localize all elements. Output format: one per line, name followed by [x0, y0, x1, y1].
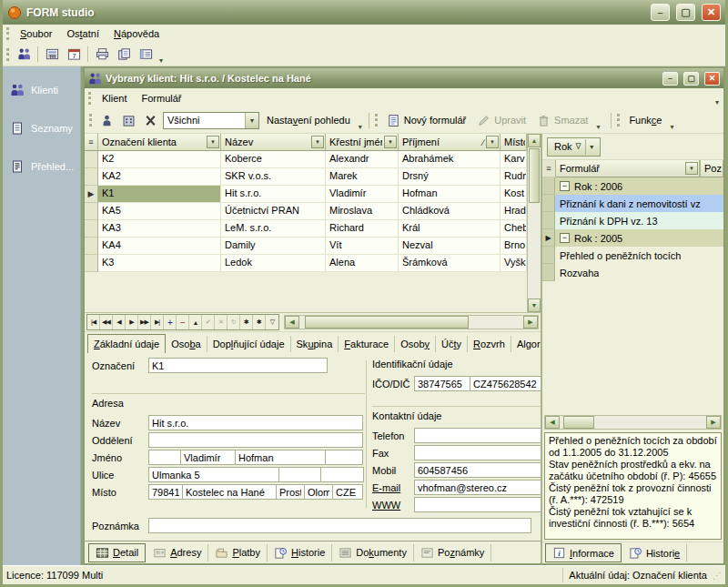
chevron-down-icon[interactable]: ▼ [585, 139, 598, 155]
forms-horizontal-scrollbar[interactable]: ◀ ▶ [544, 415, 722, 430]
nav-filter-button[interactable]: ▽ [266, 315, 278, 329]
cell[interactable]: KA4 [98, 238, 221, 255]
menu-item-ostatni[interactable]: Ostatní [59, 26, 106, 41]
titul-field[interactable] [148, 450, 181, 465]
filter-dropdown-icon[interactable]: ▼ [311, 136, 324, 148]
prijmeni-field[interactable] [235, 450, 326, 465]
chevron-down-icon[interactable]: ▼ [245, 113, 258, 128]
menu-item-klient[interactable]: Klient [95, 91, 135, 106]
toolbar-group-grip[interactable] [617, 114, 620, 127]
form-item-priznani-k-dani-z-nemovitosti-vz[interactable]: Přiznání k dani z nemovitostí vz [555, 195, 723, 212]
new-form-button[interactable]: Nový formulář [381, 111, 471, 130]
ico-field[interactable] [414, 376, 470, 391]
forms-list-row[interactable]: Rozvaha [542, 264, 723, 281]
nazev-field[interactable] [148, 415, 363, 430]
cell[interactable]: K2 [98, 151, 221, 168]
menubar-grip[interactable] [6, 27, 9, 40]
cell[interactable]: Šrámková [399, 255, 500, 272]
menu-item-napoveda[interactable]: Nápověda [106, 26, 167, 41]
scroll-up-icon[interactable]: ▲ [528, 134, 541, 147]
forms-list-row[interactable]: Přehled o peněžních tocích [542, 247, 723, 264]
close-button[interactable]: ✕ [702, 4, 721, 21]
scrollbar-thumb[interactable] [305, 316, 469, 329]
dic-field[interactable] [470, 376, 541, 391]
table-row[interactable]: KA3LeM. s.r.o.RichardKrálCheb [85, 220, 527, 238]
collapse-icon[interactable]: − [560, 181, 570, 191]
cell[interactable]: Cheb [500, 220, 527, 238]
mobil-field[interactable] [414, 462, 541, 478]
filter-dropdown-icon[interactable]: ▼ [384, 136, 397, 148]
forms-list-row[interactable]: Přiznání k dani z nemovitostí vz [542, 195, 723, 212]
group-row-rok-2005[interactable]: −Rok : 2005 [555, 229, 723, 247]
toolbar-overflow-icon[interactable]: ▾ [157, 56, 166, 66]
oddeleni-field[interactable] [148, 432, 363, 448]
group-overflow-icon[interactable]: ▾ [667, 123, 676, 132]
cislo-orientacni-field[interactable] [320, 467, 364, 482]
resize-grip[interactable]: ⋰ [713, 571, 723, 581]
cell[interactable]: Richard [326, 220, 399, 238]
tab-platby[interactable]: Platby [208, 544, 268, 562]
scrollbar-thumb[interactable] [563, 416, 594, 429]
cell[interactable]: KA2 [98, 168, 221, 186]
fax-field[interactable] [414, 445, 541, 460]
tab-rozvrh[interactable]: Rozvrh [468, 336, 511, 352]
okres-field[interactable] [276, 484, 305, 500]
misto-field[interactable] [182, 484, 277, 500]
nav-delete-button[interactable]: − [177, 315, 189, 329]
grid-corner-icon[interactable]: ≡ [85, 134, 98, 151]
stat-field[interactable] [332, 484, 363, 500]
cell[interactable]: Ledok [221, 255, 326, 272]
cell[interactable]: Damily [221, 238, 326, 255]
tab-zakladni-udaje[interactable]: Základní údaje [87, 334, 166, 353]
scroll-right-icon[interactable]: ▶ [706, 416, 721, 429]
formular-column-header[interactable]: Formulář [560, 163, 683, 174]
cell[interactable]: Alexandr [326, 151, 399, 168]
client-menu-overflow-icon[interactable]: ▾ [713, 98, 722, 107]
cell[interactable]: Miroslava [326, 203, 399, 220]
form-item-rozvaha[interactable]: Rozvaha [555, 264, 723, 281]
cislo-popisne-field[interactable] [278, 467, 321, 482]
scroll-right-icon[interactable]: ▶ [523, 316, 538, 329]
cell[interactable]: Vladimír [326, 186, 399, 203]
client-menubar-grip[interactable] [88, 92, 91, 105]
organization-icon[interactable] [117, 110, 139, 130]
sidebar-item-prehled[interactable]: Přehled... [3, 157, 80, 176]
cell[interactable]: Vyšk [500, 255, 527, 272]
tab-algoritmy[interactable]: Algoritmy [511, 336, 541, 352]
form-item-prehled-o-peneznich-tocich[interactable]: Přehled o peněžních tocích [555, 247, 723, 264]
grid-horizontal-scrollbar[interactable]: ◀ ▶ [284, 315, 539, 329]
cell[interactable]: KA3 [98, 220, 221, 238]
psc-field[interactable] [148, 484, 183, 500]
tab-osoba[interactable]: Osoba [166, 336, 207, 352]
tab-detail[interactable]: Detail [88, 543, 146, 562]
toolbar-group-grip[interactable] [89, 114, 92, 127]
cell[interactable]: Vít [326, 238, 399, 255]
cell[interactable]: Hrad [500, 203, 527, 220]
email-link-label[interactable]: E-mail [372, 482, 414, 493]
scrollbar-thumb[interactable] [529, 148, 540, 203]
tab-historie[interactable]: Historie [268, 544, 332, 562]
filter-dropdown-icon[interactable]: ▼ [207, 136, 219, 148]
calendar-icon[interactable]: 7 [63, 45, 85, 65]
tab-informace[interactable]: iInformace [545, 543, 622, 562]
clients-icon[interactable] [13, 45, 35, 65]
cell[interactable]: Marek [326, 168, 399, 186]
table-row[interactable]: KA2SKR v.o.s.MarekDrsnýRudn [85, 168, 527, 186]
telefon-field[interactable] [414, 428, 541, 443]
poznamka-field[interactable] [148, 518, 531, 533]
cell[interactable]: Abrahámek [399, 151, 500, 168]
form-item-priznani-k-dph-vz-13[interactable]: Přiznání k DPH vz. 13 [555, 212, 723, 229]
cell[interactable]: Král [399, 220, 500, 238]
view-settings-button[interactable]: Nastavení pohledu [261, 112, 356, 128]
www-field[interactable] [414, 497, 541, 512]
column-header-krestni-jmeno[interactable]: Křestní jméno▼ [326, 134, 399, 151]
functions-button[interactable]: Funkce [623, 112, 667, 128]
nav-next-button[interactable]: ▶ [126, 315, 138, 329]
group-by-year-button[interactable]: Rok ∇ ▼ [547, 137, 601, 157]
table-row[interactable]: KA4DamilyVítNezvalBrno [85, 238, 527, 255]
grid-corner-icon[interactable]: ≡ [542, 160, 556, 177]
nav-prior-button[interactable]: ◀ [113, 315, 126, 329]
cell[interactable]: Karv [500, 151, 527, 168]
tab-dokumenty[interactable]: Dokumenty [332, 544, 414, 562]
tab-adresy[interactable]: Adresy [147, 544, 208, 562]
